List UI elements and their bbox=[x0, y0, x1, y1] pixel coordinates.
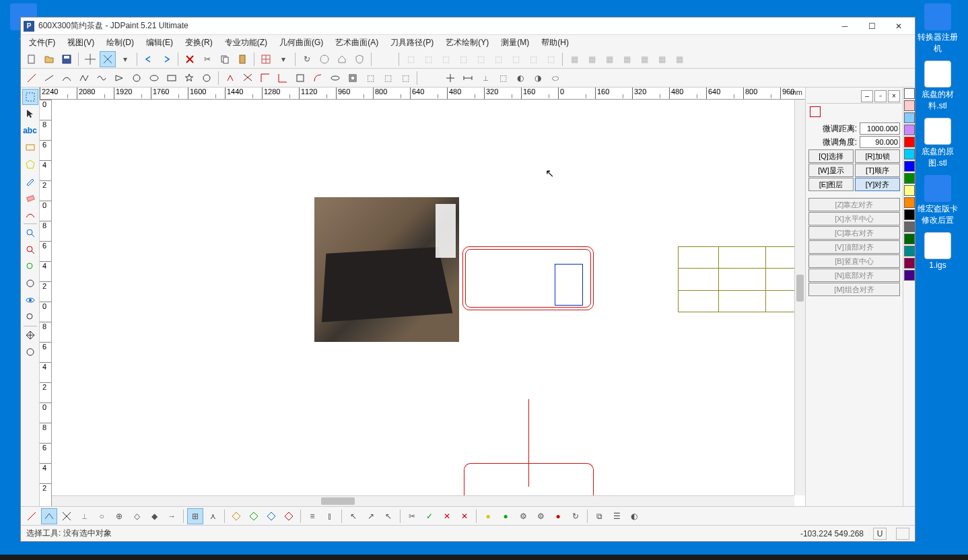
align-group-button[interactable]: [M]组合对齐 bbox=[808, 283, 900, 296]
maximize-button[interactable]: ☐ bbox=[858, 18, 885, 34]
dim5-icon[interactable]: ◐ bbox=[512, 70, 528, 86]
rect2-tool-icon[interactable] bbox=[22, 139, 38, 155]
desktop-icon-stl1[interactable]: 底盘的材料.stl bbox=[914, 61, 961, 114]
menu-measure[interactable]: 测量(M) bbox=[495, 36, 534, 50]
refresh2-icon[interactable]: ↻ bbox=[567, 508, 584, 524]
color-swatch[interactable] bbox=[904, 185, 915, 196]
dim1-icon[interactable] bbox=[442, 70, 458, 86]
nudge-angle-input[interactable] bbox=[860, 136, 900, 148]
shape-diamond-icon[interactable] bbox=[228, 508, 244, 524]
text-tool-icon[interactable]: abc bbox=[22, 123, 38, 139]
edit6-icon[interactable] bbox=[310, 70, 326, 86]
edit3-icon[interactable] bbox=[257, 70, 273, 86]
color-swatch[interactable] bbox=[904, 270, 915, 281]
color-swatch[interactable] bbox=[904, 100, 915, 111]
group8-icon[interactable]: ⬚ bbox=[525, 51, 541, 67]
list-obj-icon[interactable]: ☰ bbox=[609, 508, 625, 524]
group1-icon[interactable]: ⬚ bbox=[403, 51, 419, 67]
zoom-region-icon[interactable] bbox=[22, 225, 38, 241]
snap-perp-icon[interactable]: ⟂ bbox=[76, 508, 92, 524]
edit10-icon[interactable]: ⬚ bbox=[380, 70, 396, 86]
layer3-icon[interactable]: ▦ bbox=[601, 51, 617, 67]
bottom-rounded-rect[interactable] bbox=[464, 463, 594, 497]
edit8-icon[interactable] bbox=[345, 70, 361, 86]
olive-grid-object[interactable] bbox=[678, 246, 799, 312]
pencil-tool-icon[interactable] bbox=[22, 173, 38, 189]
minimize-button[interactable]: ─ bbox=[831, 18, 858, 34]
color-swatch[interactable] bbox=[904, 173, 915, 184]
op-x-icon[interactable]: ✕ bbox=[439, 508, 455, 524]
desktop-icon-converter[interactable]: 转换器注册机 bbox=[914, 3, 961, 57]
layer-h-icon[interactable]: ≡ bbox=[304, 508, 320, 524]
color-swatch[interactable] bbox=[904, 197, 915, 208]
color-swatch[interactable] bbox=[904, 246, 915, 256]
eraser-tool-icon[interactable] bbox=[22, 190, 38, 206]
group2-icon[interactable]: ⬚ bbox=[420, 51, 436, 67]
menu-artdraw[interactable]: 艺术绘制(Y) bbox=[440, 36, 494, 50]
layer6-icon[interactable]: ▦ bbox=[654, 51, 670, 67]
desktop-icon-card[interactable]: 维宏盗版卡修改后置 bbox=[914, 175, 961, 229]
line-tool-icon[interactable] bbox=[41, 70, 57, 86]
layer-v-icon[interactable]: ⫿ bbox=[322, 508, 338, 524]
shape-diamond2-icon[interactable] bbox=[246, 508, 262, 524]
eye-view-icon[interactable] bbox=[22, 292, 38, 308]
edit4-icon[interactable] bbox=[275, 70, 291, 86]
shape-diamond4-icon[interactable] bbox=[281, 508, 297, 524]
nudge-distance-input[interactable] bbox=[860, 123, 900, 135]
menu-help[interactable]: 帮助(H) bbox=[536, 36, 574, 50]
curve-edit-icon[interactable] bbox=[22, 207, 38, 223]
align-vcenter-button[interactable]: [B]竖直中心 bbox=[808, 254, 900, 268]
bulb-yellow-icon[interactable]: ● bbox=[480, 508, 496, 524]
menu-file[interactable]: 文件(F) bbox=[24, 36, 61, 50]
color-swatch[interactable] bbox=[904, 125, 915, 135]
dim6-icon[interactable]: ◑ bbox=[530, 70, 546, 86]
snap-center-icon[interactable] bbox=[59, 508, 75, 524]
r-lock-button[interactable]: [R]加锁 bbox=[855, 149, 900, 163]
polyline-tool-icon[interactable] bbox=[76, 70, 92, 86]
dim4-icon[interactable]: ⬚ bbox=[495, 70, 511, 86]
panel-min-icon[interactable]: – bbox=[861, 90, 873, 102]
rect-tool-icon[interactable] bbox=[164, 70, 180, 86]
pointer-tool-icon[interactable] bbox=[22, 106, 38, 122]
snap-int-icon[interactable]: ⊕ bbox=[111, 508, 127, 524]
edit5-icon[interactable] bbox=[292, 70, 308, 86]
copy-obj-icon[interactable]: ⧉ bbox=[591, 508, 607, 524]
group3-icon[interactable]: ⬚ bbox=[438, 51, 454, 67]
color-swatch[interactable] bbox=[904, 88, 915, 99]
color-swatch[interactable] bbox=[904, 161, 915, 172]
color-swatch[interactable] bbox=[904, 258, 915, 269]
align-right-button[interactable]: [C]靠右对齐 bbox=[808, 226, 900, 240]
save-icon[interactable] bbox=[59, 51, 75, 67]
group4-icon[interactable]: ⬚ bbox=[455, 51, 471, 67]
blue-rectangle[interactable] bbox=[555, 264, 583, 306]
star-tool-icon[interactable] bbox=[181, 70, 197, 86]
menu-view[interactable]: 视图(V) bbox=[62, 36, 100, 50]
layer1-icon[interactable]: ▦ bbox=[566, 51, 582, 67]
reference-image-object[interactable] bbox=[314, 197, 459, 342]
bsnap-a-icon[interactable]: ⊞ bbox=[187, 508, 203, 524]
pan-tool-icon[interactable] bbox=[22, 327, 38, 343]
layer7-icon[interactable]: ▦ bbox=[671, 51, 687, 67]
color-swatch[interactable] bbox=[904, 209, 915, 220]
snap-near-icon[interactable]: ◇ bbox=[129, 508, 145, 524]
panel-close-icon[interactable]: × bbox=[888, 90, 900, 102]
shape-diamond3-icon[interactable] bbox=[263, 508, 279, 524]
align-top-button[interactable]: [V]顶部对齐 bbox=[808, 240, 900, 254]
y-align-button[interactable]: [Y]对齐 bbox=[855, 178, 900, 191]
menu-toolpath[interactable]: 刀具路径(P) bbox=[385, 36, 439, 50]
spline-tool-icon[interactable] bbox=[94, 70, 110, 86]
menu-edit[interactable]: 编辑(E) bbox=[141, 36, 178, 50]
snap-ext-icon[interactable]: → bbox=[164, 508, 180, 524]
cut-icon[interactable]: ✂ bbox=[199, 51, 215, 67]
op-scissors-icon[interactable]: ✂ bbox=[404, 508, 420, 524]
align-bottom-button[interactable]: [N]底部对齐 bbox=[808, 269, 900, 282]
snap-node-icon[interactable]: ◆ bbox=[146, 508, 162, 524]
globe-icon[interactable] bbox=[316, 51, 333, 67]
align-left-button[interactable]: [Z]靠左对齐 bbox=[808, 198, 900, 211]
color-swatch[interactable] bbox=[904, 234, 915, 244]
snap-mid-icon[interactable] bbox=[41, 508, 57, 524]
menu-geosurf[interactable]: 几何曲面(G) bbox=[274, 36, 329, 50]
vertical-scrollbar[interactable] bbox=[794, 100, 805, 495]
menu-draw[interactable]: 绘制(D) bbox=[101, 36, 139, 50]
menu-artsurf[interactable]: 艺术曲面(A) bbox=[330, 36, 384, 50]
